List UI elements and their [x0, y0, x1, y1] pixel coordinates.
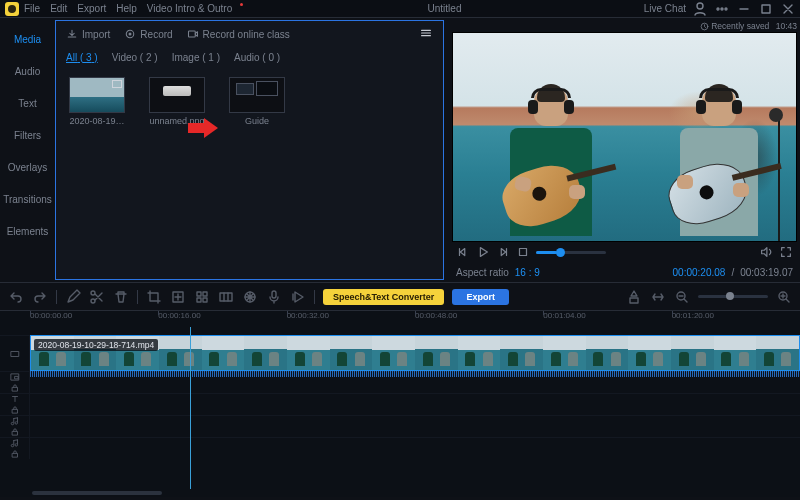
split-button[interactable]	[89, 289, 105, 305]
svg-rect-9	[520, 249, 527, 256]
svg-rect-27	[12, 431, 17, 435]
sidetab-audio[interactable]: Audio	[0, 56, 55, 88]
more-icon[interactable]	[714, 2, 730, 16]
undo-button[interactable]	[8, 289, 24, 305]
live-chat-link[interactable]: Live Chat	[644, 3, 686, 14]
svg-point-11	[91, 299, 95, 303]
clock-icon	[700, 22, 709, 31]
view-list-icon[interactable]	[419, 26, 433, 42]
zoom-in-button[interactable]	[776, 289, 792, 305]
svg-rect-22	[11, 351, 19, 356]
svg-rect-26	[12, 409, 17, 413]
zoom-out-button[interactable]	[674, 289, 690, 305]
svg-rect-16	[203, 298, 207, 302]
svg-point-10	[91, 291, 95, 295]
svg-rect-19	[272, 291, 276, 298]
timeline-scrollbar[interactable]	[0, 489, 800, 497]
lock-icon	[10, 449, 20, 459]
notification-dot-icon	[240, 3, 243, 6]
sidetab-media[interactable]: Media	[0, 24, 55, 56]
ruler-tick: 00:00:00.00	[30, 311, 158, 327]
menu-export[interactable]: Export	[77, 3, 106, 14]
stop-button[interactable]	[516, 245, 530, 259]
pip-track-icon	[10, 372, 20, 382]
project-title: Untitled	[245, 3, 643, 14]
sidetab-text[interactable]: Text	[0, 88, 55, 120]
fullscreen-icon[interactable]	[779, 245, 793, 259]
mediatab-image[interactable]: Image ( 1 )	[172, 52, 220, 63]
sidetab-transitions[interactable]: Transitions	[0, 184, 55, 216]
svg-point-2	[721, 8, 723, 10]
fit-timeline-button[interactable]	[650, 289, 666, 305]
volume-icon[interactable]	[759, 245, 773, 259]
track-head-audio[interactable]	[0, 416, 30, 437]
media-thumbnail	[69, 77, 125, 113]
svg-point-0	[697, 3, 703, 9]
clip-label: 2020-08-19-10-29-18-714.mp4	[34, 339, 158, 351]
mediatab-all[interactable]: All ( 3 )	[66, 52, 98, 63]
ruler-tick: 00:00:48.00	[415, 311, 543, 327]
media-item[interactable]: 2020-08-19…	[66, 77, 128, 269]
sidetab-overlays[interactable]: Overlays	[0, 152, 55, 184]
audio-track-icon	[10, 416, 20, 426]
menu-help[interactable]: Help	[116, 3, 137, 14]
track-head-pip[interactable]	[0, 372, 30, 393]
voiceover-button[interactable]	[266, 289, 282, 305]
media-item-label: 2020-08-19…	[66, 116, 128, 126]
account-icon[interactable]	[692, 2, 708, 16]
minimize-icon[interactable]	[736, 2, 752, 16]
redo-button[interactable]	[32, 289, 48, 305]
track-head-text[interactable]	[0, 394, 30, 415]
sidetab-filters[interactable]: Filters	[0, 120, 55, 152]
svg-rect-14	[203, 292, 207, 296]
media-thumbnail	[229, 77, 285, 113]
svg-rect-15	[197, 298, 201, 302]
playhead[interactable]	[190, 327, 191, 489]
app-logo	[5, 2, 19, 16]
crop-button[interactable]	[146, 289, 162, 305]
audio-waveform	[30, 371, 800, 377]
add-marker-button[interactable]	[170, 289, 186, 305]
media-item[interactable]: Guide	[226, 77, 288, 269]
record-online-class-button[interactable]: Record online class	[187, 28, 290, 40]
lock-icon	[10, 405, 20, 415]
mosaic-button[interactable]	[194, 289, 210, 305]
svg-rect-7	[188, 31, 195, 37]
track-head-video[interactable]	[0, 336, 30, 371]
mediatab-video[interactable]: Video ( 2 )	[112, 52, 158, 63]
menu-file[interactable]: File	[24, 3, 40, 14]
ruler-tick: 00:00:32.00	[287, 311, 415, 327]
track-head-audio2[interactable]	[0, 438, 30, 459]
mediatab-audio[interactable]: Audio ( 0 )	[234, 52, 280, 63]
ruler-tick: 00:01:20.00	[672, 311, 800, 327]
sidetab-elements[interactable]: Elements	[0, 216, 55, 248]
play-button[interactable]	[476, 245, 490, 259]
svg-rect-4	[762, 5, 770, 13]
aspect-ratio-value[interactable]: 16 : 9	[515, 267, 540, 278]
menu-intro-outro[interactable]: Video Intro & Outro	[147, 3, 232, 14]
ruler-tick: 00:00:16.00	[158, 311, 286, 327]
zoom-slider[interactable]	[698, 295, 768, 298]
media-item[interactable]: unnamed.png	[146, 77, 208, 269]
maximize-icon[interactable]	[758, 2, 774, 16]
svg-rect-17	[220, 293, 232, 301]
import-icon	[66, 28, 78, 40]
volume-slider[interactable]	[536, 251, 606, 254]
preview-viewport[interactable]	[452, 32, 797, 242]
speech-text-converter-button[interactable]: Speech&Text Converter	[323, 289, 444, 305]
export-button[interactable]: Export	[452, 289, 509, 305]
prev-frame-button[interactable]	[456, 245, 470, 259]
timeline-ruler[interactable]: 00:00:00.00 00:00:16.00 00:00:32.00 00:0…	[0, 311, 800, 327]
speed-button[interactable]	[290, 289, 306, 305]
edit-button[interactable]	[65, 289, 81, 305]
record-button[interactable]: Record	[124, 28, 172, 40]
close-icon[interactable]	[780, 2, 796, 16]
freeze-frame-button[interactable]	[242, 289, 258, 305]
menu-edit[interactable]: Edit	[50, 3, 67, 14]
zoom-region-button[interactable]	[218, 289, 234, 305]
delete-button[interactable]	[113, 289, 129, 305]
svg-rect-28	[12, 453, 17, 457]
import-button[interactable]: Import	[66, 28, 110, 40]
snap-button[interactable]	[626, 289, 642, 305]
next-frame-button[interactable]	[496, 245, 510, 259]
